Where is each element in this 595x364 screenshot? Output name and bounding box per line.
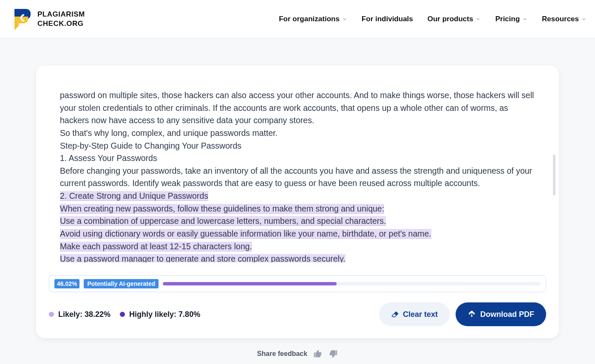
meter-fill xyxy=(163,282,337,285)
nav-pricing[interactable]: Pricing xyxy=(495,15,527,23)
nav-individuals[interactable]: For individuals xyxy=(362,15,413,23)
text-line: When creating new passwords, follow thes… xyxy=(60,203,535,215)
actions: Clear text Download PDF xyxy=(379,302,546,326)
chevron-down-icon xyxy=(522,17,527,22)
eraser-icon xyxy=(391,310,399,318)
footer-row: Likely: 38.22% Highly likely: 7.80% Clea… xyxy=(36,292,559,326)
text-line: Use a password manager to generate and s… xyxy=(60,253,535,262)
results-card: password on multiple sites, those hacker… xyxy=(36,65,559,338)
text-line: Avoid using dictionary words or easily g… xyxy=(60,228,535,240)
logo-icon xyxy=(13,8,31,30)
text-line: 2. Create Strong and Unique Passwords xyxy=(60,190,535,203)
top-nav: For organizations For individuals Our pr… xyxy=(279,15,586,23)
clear-text-button[interactable]: Clear text xyxy=(379,302,450,326)
logo-text: PLAGIARISM CHECK.ORG xyxy=(37,10,85,28)
analyzed-text: password on multiple sites, those hacker… xyxy=(36,89,559,262)
nav-products[interactable]: Our products xyxy=(428,15,481,23)
chevron-down-icon xyxy=(581,17,586,22)
score-label-badge: Potentially AI-generated xyxy=(84,279,159,288)
thumbs-down-icon[interactable] xyxy=(329,349,338,358)
score-percent-badge: 46.02% xyxy=(54,279,79,288)
chevron-down-icon xyxy=(342,17,347,22)
main-content: password on multiple sites, those hacker… xyxy=(0,38,595,338)
nav-organizations[interactable]: For organizations xyxy=(279,15,347,23)
dot-icon xyxy=(49,312,54,317)
logo[interactable]: PLAGIARISM CHECK.ORG xyxy=(13,8,85,30)
text-line: So that's why long, complex, and unique … xyxy=(60,127,535,140)
share-feedback: Share feedback xyxy=(0,349,595,358)
ai-score-meter: 46.02% Potentially AI-generated xyxy=(49,275,546,292)
scrollbar-thumb[interactable] xyxy=(553,155,555,195)
thumbs-up-icon[interactable] xyxy=(313,349,323,358)
text-line: Make each password at least 12-15 charac… xyxy=(60,240,535,253)
text-line: Before changing your passwords, take an … xyxy=(60,165,535,190)
legend: Likely: 38.22% Highly likely: 7.80% xyxy=(49,310,200,319)
share-feedback-label: Share feedback xyxy=(257,350,307,358)
legend-likely: Likely: 38.22% xyxy=(49,310,110,319)
dot-icon xyxy=(120,312,125,317)
nav-resources[interactable]: Resources xyxy=(542,15,586,23)
text-line: password on multiple sites, those hacker… xyxy=(60,89,535,127)
text-line: Use a combination of uppercase and lower… xyxy=(60,215,535,228)
text-line: Step-by-Step Guide to Changing Your Pass… xyxy=(60,140,535,152)
meter-bar xyxy=(163,282,541,285)
chevron-down-icon xyxy=(476,17,481,22)
download-icon xyxy=(468,310,476,319)
download-pdf-button[interactable]: Download PDF xyxy=(456,302,546,326)
site-header: PLAGIARISM CHECK.ORG For organizations F… xyxy=(0,0,595,38)
text-line: 1. Assess Your Passwords xyxy=(60,152,535,165)
legend-highly-likely: Highly likely: 7.80% xyxy=(120,310,200,319)
